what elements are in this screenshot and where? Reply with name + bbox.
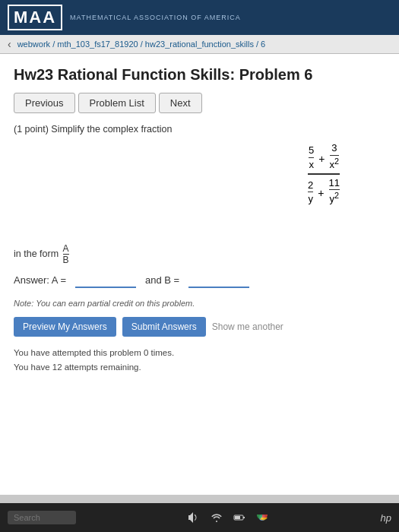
battery-icon[interactable] — [231, 509, 248, 526]
problem-statement: (1 point) Simplify the complex fraction — [14, 124, 385, 135]
answer-a-input[interactable] — [75, 272, 136, 288]
cf-den-right: 11 y2 — [329, 177, 340, 206]
cf-num-left: 5 x — [309, 144, 314, 170]
submit-button[interactable]: Submit Answers — [122, 317, 206, 337]
main-fraction-line — [308, 173, 340, 175]
complex-fraction: 5 x + 3 x2 2 — [308, 142, 340, 205]
breadcrumb[interactable]: webwork / mth_103_fs17_81920 / hw23_rati… — [17, 40, 266, 49]
svg-rect-2 — [235, 516, 240, 519]
answer-b-input[interactable] — [188, 272, 249, 288]
and-label: and B = — [145, 274, 179, 286]
form-fraction: A B — [63, 243, 69, 266]
maa-logo-box: MAA — [8, 5, 62, 30]
answer-row: Answer: A = and B = — [14, 272, 385, 288]
cf-numerator: 5 x + 3 x2 — [309, 142, 339, 171]
cf-den-plus: + — [318, 186, 324, 203]
preview-button[interactable]: Preview My Answers — [14, 317, 116, 337]
answer-a-label: Answer: A = — [14, 274, 66, 286]
show-another-button[interactable]: Show me another — [212, 321, 283, 332]
maa-org-subtitle: MATHEMATICAL ASSOCIATION OF AMERICA — [70, 14, 241, 21]
taskbar-search-input[interactable] — [8, 511, 76, 524]
url-bar: ‹ webwork / mth_103_fs17_81920 / hw23_ra… — [0, 35, 399, 54]
cf-num-right: 3 x2 — [330, 142, 340, 171]
nav-buttons: Previous Problem List Next — [14, 93, 385, 113]
next-button[interactable]: Next — [159, 93, 202, 113]
cf-denominator: 2 y + 11 y2 — [308, 177, 340, 206]
back-button[interactable]: ‹ — [8, 38, 11, 50]
problem-list-button[interactable]: Problem List — [78, 93, 156, 113]
page-title: Hw23 Rational Function Skills: Problem 6 — [14, 66, 385, 84]
chrome-icon[interactable] — [254, 509, 271, 526]
main-content: Hw23 Rational Function Skills: Problem 6… — [0, 54, 399, 495]
taskbar-icons — [185, 509, 271, 526]
action-buttons: Preview My Answers Submit Answers Show m… — [14, 317, 385, 337]
wifi-icon[interactable] — [208, 509, 225, 526]
previous-button[interactable]: Previous — [14, 93, 75, 113]
maa-logo: MAA — [14, 8, 56, 27]
hp-logo: hp — [381, 512, 391, 524]
note-text: Note: You can earn partial credit on thi… — [14, 299, 385, 308]
fraction-display: 5 x + 3 x2 2 — [14, 142, 385, 205]
volume-icon[interactable] — [185, 509, 202, 526]
maa-header: MAA MATHEMATICAL ASSOCIATION OF AMERICA — [0, 0, 399, 35]
in-the-form-row: in the form A B — [14, 243, 385, 266]
cf-num-plus: + — [318, 152, 325, 169]
attempt-info: You have attempted this problem 0 times.… — [14, 346, 385, 375]
taskbar: hp — [0, 503, 399, 532]
svg-rect-1 — [243, 517, 245, 518]
cf-den-left: 2 y — [308, 179, 313, 205]
